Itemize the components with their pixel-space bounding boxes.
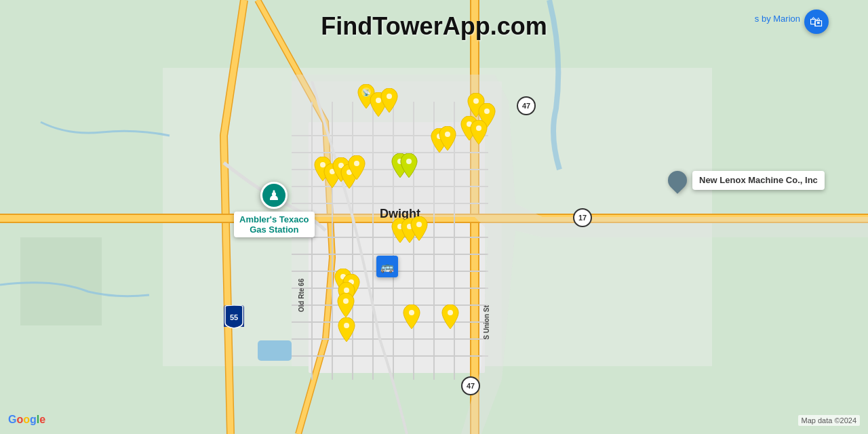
svg-point-34 bbox=[387, 94, 392, 99]
site-title: FindTowerApp.com bbox=[321, 12, 547, 41]
tower-marker[interactable] bbox=[379, 88, 399, 113]
svg-point-53 bbox=[344, 288, 349, 293]
svg-point-57 bbox=[344, 323, 349, 328]
tower-marker[interactable] bbox=[409, 216, 429, 241]
svg-point-50 bbox=[416, 222, 422, 227]
tower-marker[interactable] bbox=[469, 120, 489, 144]
road-label-s-union-st: S Union St bbox=[483, 305, 490, 340]
ambler-label: Ambler's TexacoGas Station bbox=[234, 212, 315, 237]
tower-marker[interactable] bbox=[440, 304, 460, 329]
road-label-old-rte-66: Old Rte 66 bbox=[298, 279, 305, 312]
tower-marker[interactable] bbox=[347, 155, 367, 180]
svg-point-54 bbox=[343, 298, 349, 304]
amblers-texaco-marker[interactable]: ♟ Ambler's TexacoGas Station bbox=[234, 182, 315, 237]
tower-marker[interactable] bbox=[336, 293, 356, 317]
svg-rect-7 bbox=[258, 340, 292, 361]
tower-marker[interactable] bbox=[437, 126, 458, 151]
interstate-55-shield-display: 55 bbox=[224, 305, 244, 331]
shopping-icon[interactable]: 🛍 bbox=[804, 9, 829, 34]
svg-rect-5 bbox=[20, 237, 102, 326]
svg-point-38 bbox=[476, 125, 481, 131]
map-attribution: Map data ©2024 bbox=[798, 415, 861, 426]
tower-marker[interactable] bbox=[336, 317, 357, 342]
route-17-shield: 17 bbox=[573, 208, 592, 227]
new-lenox-label: New Lenox Machine Co., Inc bbox=[692, 171, 825, 190]
svg-text:55: 55 bbox=[230, 313, 238, 321]
svg-point-55 bbox=[409, 310, 414, 315]
route-47-shield-top: 47 bbox=[517, 96, 536, 115]
svg-point-40 bbox=[445, 132, 450, 137]
svg-point-47 bbox=[406, 159, 412, 164]
route-47-shield-bottom: 47 bbox=[461, 376, 480, 395]
svg-point-36 bbox=[484, 108, 490, 114]
ambler-pin[interactable]: ♟ bbox=[260, 182, 288, 209]
google-logo: Google bbox=[8, 414, 45, 426]
by-marion-label: s by Marion bbox=[755, 14, 800, 24]
svg-point-45 bbox=[354, 161, 359, 166]
location-pin bbox=[664, 167, 691, 194]
tower-marker[interactable] bbox=[401, 304, 422, 329]
tower-marker[interactable] bbox=[399, 153, 419, 178]
new-lenox-marker[interactable]: New Lenox Machine Co., Inc bbox=[668, 171, 825, 190]
transit-stop-marker[interactable]: 🚌 bbox=[376, 256, 398, 277]
map-container: FindTowerApp.com s by Marion 🛍 📡 bbox=[0, 0, 868, 434]
svg-point-56 bbox=[448, 310, 453, 315]
